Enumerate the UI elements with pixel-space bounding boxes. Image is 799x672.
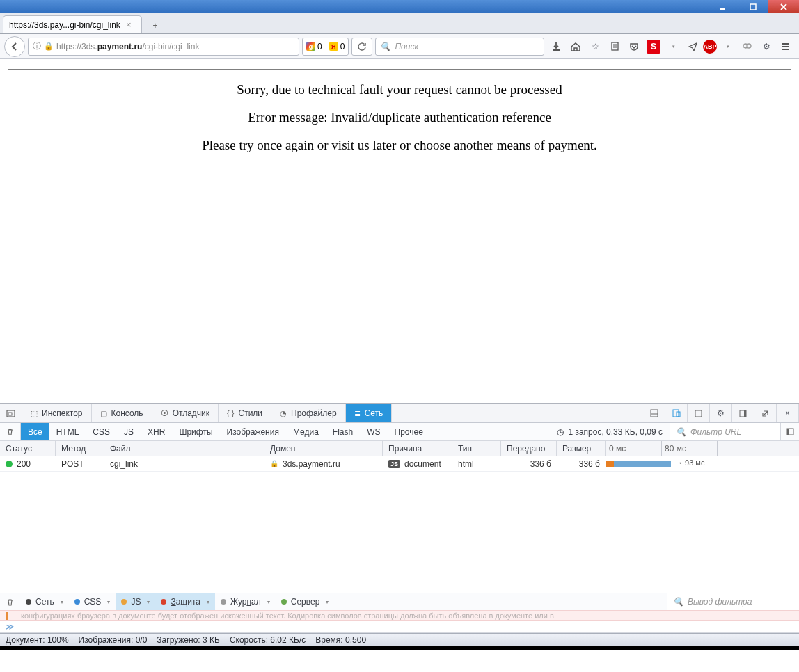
search-bar[interactable]: 🔍 Поиск	[375, 38, 544, 56]
cell-status: 200	[0, 456, 56, 471]
filter-images[interactable]: Изображения	[220, 423, 286, 440]
inspector-icon: ⬚	[31, 409, 38, 418]
info-icon[interactable]: ⓘ	[33, 40, 41, 52]
cell-method: POST	[56, 456, 104, 471]
col-cause[interactable]: Причина	[383, 441, 452, 456]
console-filter-log[interactable]: Журнал▾	[215, 593, 276, 610]
console-filter-toolbar: Сеть▾ CSS▾ JS▾ Защита▾ Журнал▾ Сервер▾ 🔍…	[0, 593, 799, 610]
col-size[interactable]: Размер	[557, 441, 606, 456]
console-filter-js[interactable]: JS▾	[116, 593, 155, 610]
console-clear-button[interactable]	[0, 593, 20, 610]
col-method[interactable]: Метод	[56, 441, 104, 456]
window-titlebar	[0, 0, 799, 13]
devtools-close-icon[interactable]: ×	[777, 404, 799, 422]
devtools-split-console-icon[interactable]	[643, 404, 665, 422]
table-row[interactable]: 200 POST cgi_link 🔒3ds.payment.ru JSdocu…	[0, 456, 799, 472]
browser-tabstrip: https://3ds.pay...gi-bin/cgi_link × +	[0, 13, 799, 34]
divider	[8, 166, 791, 166]
filter-xhr[interactable]: XHR	[141, 423, 172, 440]
filter-js[interactable]: JS	[117, 423, 141, 440]
url-text: https://3ds.payment.ru/cgi-bin/cgi_link	[56, 42, 199, 51]
status-document: Документ: 100%	[6, 635, 69, 645]
settings-gear-icon[interactable]: ⚙	[757, 38, 775, 56]
devtools-tab-profiler[interactable]: ◔Профайлер	[271, 404, 346, 422]
console-warning-row[interactable]: конфигурациях браузера в документе будет…	[0, 610, 799, 621]
devtools: ⬚Инспектор ▢Консоль ⦿Отладчик { }Стили ◔…	[0, 403, 799, 633]
send-icon[interactable]	[683, 38, 702, 56]
browser-tab[interactable]: https://3ds.pay...gi-bin/cgi_link ×	[3, 15, 142, 33]
status-speed: Скорость: 6,02 КБ/с	[230, 635, 306, 645]
window-maximize-button[interactable]	[738, 0, 768, 13]
devtools-popout-icon[interactable]	[754, 404, 777, 422]
window-close-button[interactable]	[768, 0, 799, 13]
cell-cause: JSdocument	[383, 456, 452, 471]
devtools-iframe-picker[interactable]	[0, 404, 22, 422]
bottom-border	[0, 646, 799, 650]
network-clear-button[interactable]	[0, 423, 21, 440]
devtools-settings-icon[interactable]: ⚙	[710, 404, 732, 422]
pocket-icon[interactable]	[625, 38, 643, 56]
adblock-icon[interactable]: ABP	[703, 40, 717, 54]
error-heading: Sorry, due to technical fault your reque…	[8, 82, 791, 97]
waterfall-wait-bar	[614, 461, 671, 467]
search-placeholder: Поиск	[395, 42, 418, 51]
svg-rect-8	[673, 410, 679, 417]
search-engine-indicators[interactable]: g0 Я0	[302, 38, 349, 56]
cell-domain: 🔒3ds.payment.ru	[264, 456, 383, 471]
filter-fonts[interactable]: Шрифты	[172, 423, 219, 440]
devtools-tab-console[interactable]: ▢Консоль	[92, 404, 152, 422]
stopwatch-icon: ◷	[557, 427, 564, 437]
network-summary: ◷1 запрос, 0,33 КБ, 0,09 с	[550, 427, 670, 437]
cell-timeline: → 93 мс	[606, 456, 799, 471]
console-filter-security[interactable]: Защита▾	[155, 593, 215, 610]
devtools-tab-network[interactable]: ≣Сеть	[346, 404, 393, 422]
back-button[interactable]	[4, 36, 25, 57]
yandex-indicator[interactable]: Я0	[326, 42, 349, 51]
window-minimize-button[interactable]	[707, 0, 738, 13]
col-status[interactable]: Статус	[0, 441, 56, 456]
hamburger-menu-icon[interactable]	[777, 38, 795, 56]
col-type[interactable]: Тип	[452, 441, 501, 456]
console-filter-server[interactable]: Сервер▾	[276, 593, 335, 610]
reload-button[interactable]	[351, 38, 372, 56]
extension-s-icon[interactable]: S	[647, 40, 660, 54]
devtools-tab-inspector[interactable]: ⬚Инспектор	[22, 404, 92, 422]
tab-close-icon[interactable]: ×	[126, 19, 132, 30]
downloads-icon[interactable]	[547, 38, 565, 56]
devtools-scratchpad-icon[interactable]	[688, 404, 710, 422]
filter-ws[interactable]: WS	[360, 423, 387, 440]
devtools-dock-icon[interactable]	[732, 404, 754, 422]
lock-icon: 🔒	[270, 460, 278, 467]
page-content: Sorry, due to technical fault your reque…	[0, 59, 799, 403]
filter-all[interactable]: Все	[21, 423, 49, 440]
console-prompt[interactable]: ≫	[0, 621, 799, 633]
network-details-toggle[interactable]	[781, 427, 799, 436]
devtools-responsive-icon[interactable]	[665, 404, 688, 422]
col-file[interactable]: Файл	[104, 441, 264, 456]
url-bar[interactable]: ⓘ 🔒 https://3ds.payment.ru/cgi-bin/cgi_l…	[28, 38, 299, 56]
reader-icon[interactable]	[606, 38, 624, 56]
home-icon[interactable]	[567, 38, 585, 56]
console-output-filter[interactable]: 🔍Вывод фильтра	[667, 593, 799, 610]
navigation-toolbar: ⓘ 🔒 https://3ds.payment.ru/cgi-bin/cgi_l…	[0, 34, 799, 59]
new-tab-button[interactable]: +	[146, 18, 164, 33]
filter-css[interactable]: CSS	[86, 423, 117, 440]
filter-other[interactable]: Прочее	[388, 423, 430, 440]
network-filter-input[interactable]: 🔍Фильтр URL	[670, 423, 781, 440]
extension-generic-icon[interactable]	[738, 38, 756, 56]
filter-html[interactable]: HTML	[49, 423, 86, 440]
console-filter-net[interactable]: Сеть▾	[20, 593, 69, 610]
filter-flash[interactable]: Flash	[326, 423, 360, 440]
filter-media[interactable]: Медиа	[286, 423, 326, 440]
col-timeline[interactable]: 0 мс 80 мс	[606, 441, 799, 456]
cell-type: html	[452, 456, 501, 471]
col-transferred[interactable]: Передано	[501, 441, 557, 456]
google-indicator[interactable]: g0	[303, 42, 326, 51]
adblock-dropdown[interactable]	[718, 38, 736, 56]
extension-s-dropdown[interactable]	[664, 38, 682, 56]
console-filter-css[interactable]: CSS▾	[69, 593, 116, 610]
devtools-tab-styles[interactable]: { }Стили	[219, 404, 271, 422]
bookmark-star-icon[interactable]: ☆	[586, 38, 604, 56]
devtools-tab-debugger[interactable]: ⦿Отладчик	[152, 404, 219, 422]
col-domain[interactable]: Домен	[264, 441, 383, 456]
